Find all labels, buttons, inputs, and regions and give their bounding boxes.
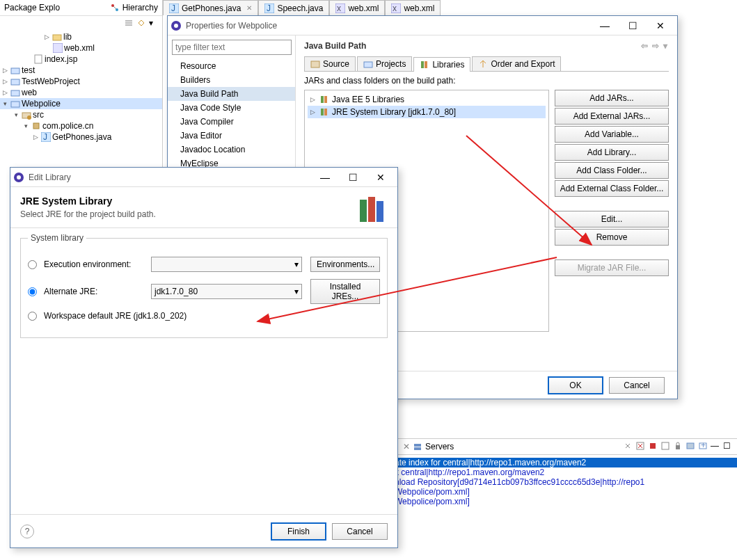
maximize-button[interactable]: ☐ bbox=[339, 170, 367, 185]
collapse-icon[interactable]: ▾ bbox=[13, 111, 20, 119]
expand-icon[interactable]: ▷ bbox=[309, 109, 317, 116]
back-icon[interactable]: ⇦ bbox=[640, 41, 649, 51]
expand-icon[interactable]: ▷ bbox=[1, 89, 9, 97]
collapse-icon[interactable]: ▾ bbox=[1, 100, 9, 108]
eclipse-icon bbox=[13, 172, 24, 183]
editor-tab[interactable]: xweb.xml bbox=[385, 0, 441, 15]
help-button[interactable]: ? bbox=[20, 525, 34, 538]
add-class-folder-button[interactable]: Add Class Folder... bbox=[555, 162, 669, 179]
execution-env-combo[interactable]: ▾ bbox=[151, 257, 302, 272]
svg-rect-25 bbox=[311, 61, 319, 67]
tree-src-folder[interactable]: ▾src bbox=[0, 109, 162, 120]
tree-project[interactable]: ▾Webpolice bbox=[0, 98, 162, 109]
expand-icon[interactable]: ▷ bbox=[1, 78, 9, 86]
workspace-default-radio[interactable] bbox=[28, 312, 37, 321]
eclipse-icon bbox=[171, 20, 182, 31]
console-output[interactable]: ate index for central|http://repo1.maven… bbox=[395, 455, 737, 509]
tab-label: Speech.java bbox=[277, 3, 323, 13]
collapse-all-icon[interactable] bbox=[123, 17, 134, 29]
add-library-button[interactable]: Add Library... bbox=[555, 144, 669, 161]
add-external-class-folder-button[interactable]: Add External Class Folder... bbox=[555, 180, 669, 197]
minimize-icon[interactable]: — bbox=[711, 441, 722, 452]
hierarchy-tab[interactable]: Hierarchy bbox=[122, 3, 158, 13]
scroll-lock-icon[interactable] bbox=[673, 441, 684, 452]
tree-file[interactable]: web.xml bbox=[0, 42, 162, 54]
tree-project[interactable]: ▷TestWebProject bbox=[0, 76, 162, 87]
tab-source[interactable]: Source bbox=[304, 56, 356, 71]
forward-icon[interactable]: ⇨ bbox=[651, 41, 660, 51]
servers-tab[interactable]: ✕Servers bbox=[397, 440, 459, 453]
view-menu-icon[interactable]: ▾ bbox=[148, 17, 159, 29]
svg-rect-26 bbox=[364, 62, 372, 67]
editor-tab[interactable]: JGetPhones.java✕ bbox=[163, 0, 258, 15]
expand-icon[interactable]: ▷ bbox=[1, 67, 9, 74]
clear-icon[interactable] bbox=[660, 441, 672, 452]
add-variable-button[interactable]: Add Variable... bbox=[555, 126, 669, 143]
maximize-button[interactable]: ☐ bbox=[619, 18, 647, 33]
svg-text:x: x bbox=[393, 3, 397, 13]
property-page[interactable]: Java Build Path bbox=[168, 87, 295, 101]
tree-project[interactable]: ▷web bbox=[0, 87, 162, 98]
cancel-button[interactable]: Cancel bbox=[609, 377, 665, 394]
project-icon bbox=[10, 88, 20, 97]
execution-env-radio[interactable] bbox=[28, 260, 37, 269]
remove-icon[interactable] bbox=[635, 441, 647, 452]
close-icon[interactable]: ✕ bbox=[246, 4, 252, 12]
add-external-jars-button[interactable]: Add External JARs... bbox=[555, 108, 669, 125]
remove-button[interactable]: Remove bbox=[555, 229, 669, 246]
dropdown-icon[interactable]: ▾ bbox=[662, 41, 669, 51]
close-button[interactable]: ✕ bbox=[647, 18, 674, 33]
property-page[interactable]: Builders bbox=[168, 73, 295, 87]
dialog-titlebar[interactable]: Edit Library — ☐ ✕ bbox=[10, 168, 397, 187]
add-jars-button[interactable]: Add JARs... bbox=[555, 90, 669, 106]
property-page[interactable]: Javadoc Location bbox=[168, 143, 295, 157]
tree-file[interactable]: ▷JGetPhones.java bbox=[0, 131, 162, 143]
package-toolbar: ▾ bbox=[0, 16, 162, 30]
ok-button[interactable]: OK bbox=[548, 376, 603, 394]
tab-projects[interactable]: Projects bbox=[357, 56, 412, 71]
expand-icon[interactable]: ▷ bbox=[32, 134, 40, 141]
console-line: nload Repository[d9d714e11cb097b3ffcec91… bbox=[395, 477, 737, 487]
library-item[interactable]: ▷Java EE 5 Libraries bbox=[308, 93, 546, 106]
package-explorer-tab[interactable]: Package Explo bbox=[4, 3, 60, 13]
tree-package[interactable]: ▾com.police.cn bbox=[0, 120, 162, 131]
console-line: ate index for central|http://repo1.maven… bbox=[395, 458, 737, 467]
edit-button[interactable]: Edit... bbox=[555, 211, 669, 227]
tab-order-export[interactable]: Order and Export bbox=[472, 56, 561, 71]
terminate-all-icon[interactable] bbox=[648, 441, 659, 452]
tree-project[interactable]: ▷test bbox=[0, 65, 162, 76]
jsp-file-icon bbox=[33, 54, 43, 64]
filter-input[interactable] bbox=[172, 40, 292, 55]
editor-tab[interactable]: JSpeech.java bbox=[258, 0, 329, 15]
open-console-icon[interactable]: + bbox=[698, 441, 709, 452]
editor-tab[interactable]: xweb.xml bbox=[329, 0, 385, 15]
installed-jres-button[interactable]: Installed JREs... bbox=[310, 279, 380, 304]
property-page[interactable]: Java Code Style bbox=[168, 101, 295, 115]
finish-button[interactable]: Finish bbox=[271, 522, 326, 541]
dialog-titlebar[interactable]: Properties for Webpolice — ☐ ✕ bbox=[168, 16, 677, 35]
close-icon[interactable]: ✕ bbox=[403, 442, 410, 451]
svg-text:J: J bbox=[267, 3, 271, 13]
tree-file[interactable]: index.jsp bbox=[0, 54, 162, 65]
tree-folder[interactable]: ▷lib bbox=[0, 31, 162, 42]
pin-icon[interactable] bbox=[623, 441, 634, 452]
expand-icon[interactable]: ▷ bbox=[309, 96, 317, 104]
maximize-icon[interactable]: ☐ bbox=[723, 441, 734, 452]
minimize-button[interactable]: — bbox=[311, 170, 339, 185]
alternate-jre-radio[interactable] bbox=[28, 287, 37, 296]
close-button[interactable]: ✕ bbox=[367, 170, 395, 185]
collapse-icon[interactable]: ▾ bbox=[22, 122, 30, 130]
environments-button[interactable]: Environments... bbox=[310, 257, 380, 272]
cancel-button[interactable]: Cancel bbox=[332, 523, 388, 540]
library-item[interactable]: ▷JRE System Library [jdk1.7.0_80] bbox=[308, 106, 546, 118]
property-page[interactable]: Resource bbox=[168, 59, 295, 73]
expand-icon[interactable]: ▷ bbox=[43, 33, 51, 41]
alternate-jre-combo[interactable]: jdk1.7.0_80▾ bbox=[151, 284, 302, 299]
property-page[interactable]: Java Compiler bbox=[168, 115, 295, 129]
tab-label: web.xml bbox=[348, 3, 379, 13]
tab-libraries[interactable]: Libraries bbox=[413, 57, 470, 72]
minimize-button[interactable]: — bbox=[591, 18, 619, 33]
property-page[interactable]: Java Editor bbox=[168, 129, 295, 143]
show-console-icon[interactable] bbox=[686, 441, 697, 452]
link-editor-icon[interactable] bbox=[136, 17, 147, 29]
